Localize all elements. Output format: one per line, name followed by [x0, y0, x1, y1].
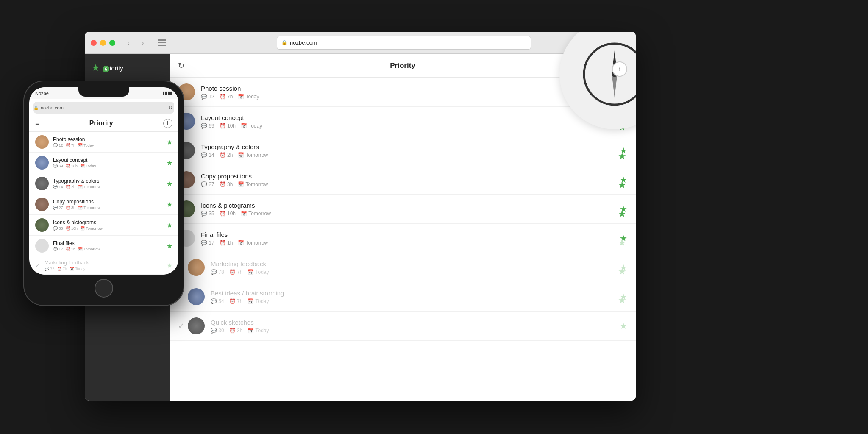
due-date: 📅 Tomorrow — [238, 181, 268, 187]
comment-count: 💬 54 — [211, 298, 224, 304]
task-info: Marketing feedback 💬 78 ⏰ 7h 📅 Today — [211, 260, 614, 275]
time-estimate: ⏰ 3h — [229, 328, 243, 334]
phone-priority-star[interactable]: ★ — [167, 242, 172, 250]
table-row[interactable]: ✓Best ideas / brainstorming 💬 54 ⏰ 7h 📅 … — [170, 282, 636, 312]
phone-task-meta: 💬 12⏰ 7h📅 Today — [53, 143, 162, 147]
task-meta: 💬 69 ⏰ 10h 📅 Today — [201, 123, 614, 129]
phone-task-list: Photo session💬 12⏰ 7h📅 Today★Layout conc… — [29, 132, 178, 275]
task-info: Layout concept 💬 69 ⏰ 10h 📅 Today — [201, 114, 614, 129]
edge-star[interactable]: ★ — [618, 286, 626, 315]
phone-notch — [78, 87, 129, 97]
refresh-button[interactable]: ↻ — [178, 61, 184, 70]
comment-count: 💬 78 — [211, 269, 224, 275]
time-estimate: ⏰ 1h — [220, 240, 233, 246]
forward-button[interactable]: › — [136, 36, 149, 49]
check-icon: ✓ — [35, 262, 40, 269]
avatar — [35, 135, 49, 149]
task-name: Icons & pictograms — [201, 202, 614, 209]
minimize-button[interactable] — [100, 40, 106, 46]
table-row[interactable]: Typography & colors 💬 14 ⏰ 2h 📅 Tomorrow… — [170, 136, 636, 165]
due-date: 📅 Tomorrow — [238, 240, 268, 246]
edge-star[interactable]: ★ — [618, 142, 626, 171]
phone-task-meta: 💬 78⏰ 7h📅 Today — [45, 267, 162, 271]
avatar — [188, 259, 205, 276]
table-row[interactable]: ✓Quick sketches 💬 30 ⏰ 3h 📅 Today ★ — [170, 312, 636, 341]
phone-priority-star[interactable]: ★ — [167, 221, 172, 229]
task-meta: 💬 78 ⏰ 7h 📅 Today — [211, 269, 614, 275]
address-bar[interactable]: 🔒 nozbe.com — [277, 36, 531, 50]
info-circle[interactable]: ℹ — [612, 61, 627, 77]
phone-task-name: Typography & colors — [53, 178, 162, 184]
phone-outer: Nozbe 13:07 ▮▮▮▮ 🔒 nozbe.com ↻ ≡ Priorit… — [23, 81, 184, 306]
task-list: Photo session 💬 12 ⏰ 7h 📅 Today ★Layout … — [170, 78, 636, 401]
table-row[interactable]: ✓Marketing feedback 💬 78 ⏰ 7h 📅 Today ★ — [170, 253, 636, 282]
phone-priority-star[interactable]: ★ — [167, 262, 172, 270]
task-info: Copy propositions 💬 27 ⏰ 3h 📅 Tomorrow — [201, 172, 614, 187]
task-info: Icons & pictograms 💬 35 ⏰ 10h 📅 Tomorrow — [201, 202, 614, 217]
phone-priority-star[interactable]: ★ — [167, 138, 172, 146]
phone-info-button[interactable]: ℹ — [163, 119, 172, 128]
main-title: Priority — [390, 61, 415, 70]
phone-priority-star[interactable]: ★ — [167, 180, 172, 188]
phone-task-meta: 💬 27⏰ 3h📅 Tomorrow — [53, 206, 162, 210]
priority-star[interactable]: ★ — [620, 321, 627, 331]
phone-refresh-icon[interactable]: ↻ — [168, 105, 172, 111]
edge-star[interactable]: ★ — [618, 171, 626, 200]
phone-priority-star[interactable]: ★ — [167, 200, 172, 209]
phone-lock-icon: 🔒 — [33, 106, 39, 110]
table-row[interactable]: Layout concept 💬 69 ⏰ 10h 📅 Today ★ — [170, 107, 636, 136]
close-button[interactable] — [91, 40, 97, 46]
task-info: Typography & colors 💬 14 ⏰ 2h 📅 Tomorrow — [201, 143, 614, 158]
edge-star[interactable]: ★ — [618, 257, 626, 286]
sidebar-item-priority[interactable]: ★ 6 Priority — [85, 58, 170, 78]
list-item[interactable]: Photo session💬 12⏰ 7h📅 Today★ — [29, 132, 178, 153]
phone-header: ≡ Priority ℹ — [29, 116, 178, 132]
phone-priority-star[interactable]: ★ — [167, 159, 172, 167]
maximize-button[interactable] — [109, 40, 115, 46]
time-estimate: ⏰ 7h — [220, 94, 233, 100]
list-item[interactable]: Typography & colors💬 14⏰ 2h📅 Tomorrow★ — [29, 173, 178, 194]
svg-rect-2 — [158, 45, 166, 46]
list-item[interactable]: ✓Marketing feedback💬 78⏰ 7h📅 Today★ — [29, 256, 178, 275]
list-item[interactable]: Layout concept💬 69⏰ 10h📅 Today★ — [29, 153, 178, 173]
avatar — [35, 239, 49, 253]
phone-task-info: Photo session💬 12⏰ 7h📅 Today — [53, 136, 162, 147]
phone-task-name: Marketing feedback — [45, 260, 162, 266]
phone-title: Priority — [89, 120, 113, 127]
task-info: Final files 💬 17 ⏰ 1h 📅 Tomorrow — [201, 231, 614, 246]
task-name: Quick sketches — [211, 319, 614, 326]
priority-badge: 6 — [103, 66, 109, 72]
table-row[interactable]: Copy propositions 💬 27 ⏰ 3h 📅 Tomorrow ★ — [170, 165, 636, 195]
url-text: nozbe.com — [290, 39, 317, 46]
list-item[interactable]: Icons & pictograms💬 35⏰ 10h📅 Tomorrow★ — [29, 215, 178, 236]
phone-task-name: Copy propositions — [53, 199, 162, 205]
avatar — [35, 218, 49, 232]
main-content: ↻ Priority ℹ Photo session 💬 12 ⏰ 7h 📅 T… — [170, 54, 636, 401]
back-button[interactable]: ‹ — [122, 36, 135, 49]
phone-task-name: Icons & pictograms — [53, 220, 162, 225]
phone-address-bar[interactable]: 🔒 nozbe.com ↻ — [33, 102, 174, 114]
table-row[interactable]: Final files 💬 17 ⏰ 1h 📅 Tomorrow ★ — [170, 224, 636, 253]
browser-titlebar: ‹ › 🔒 nozbe.com — [85, 32, 636, 54]
home-button[interactable] — [95, 279, 113, 298]
task-meta: 💬 14 ⏰ 2h 📅 Tomorrow — [201, 152, 614, 158]
due-date: 📅 Today — [248, 328, 269, 334]
avatar — [188, 317, 205, 334]
edge-star[interactable]: ★ — [618, 200, 626, 228]
list-item[interactable]: Final files💬 17⏰ 1h📅 Tomorrow★ — [29, 236, 178, 256]
phone-task-meta: 💬 14⏰ 2h📅 Tomorrow — [53, 185, 162, 189]
edge-star[interactable]: ★ — [618, 228, 626, 257]
compass-icon — [581, 40, 636, 108]
table-row[interactable]: Icons & pictograms 💬 35 ⏰ 10h 📅 Tomorrow… — [170, 195, 636, 224]
svg-rect-0 — [158, 39, 166, 41]
sidebar-toggle-button[interactable] — [154, 36, 170, 49]
list-item[interactable]: Copy propositions💬 27⏰ 3h📅 Tomorrow★ — [29, 194, 178, 215]
svg-point-3 — [584, 44, 636, 105]
task-name: Best ideas / brainstorming — [211, 289, 614, 297]
task-name: Layout concept — [201, 114, 614, 121]
due-date: 📅 Today — [248, 298, 269, 304]
phone-menu-button[interactable]: ≡ — [35, 120, 39, 127]
avatar — [35, 156, 49, 170]
task-name: Final files — [201, 231, 614, 238]
phone-task-meta: 💬 35⏰ 10h📅 Tomorrow — [53, 226, 162, 231]
